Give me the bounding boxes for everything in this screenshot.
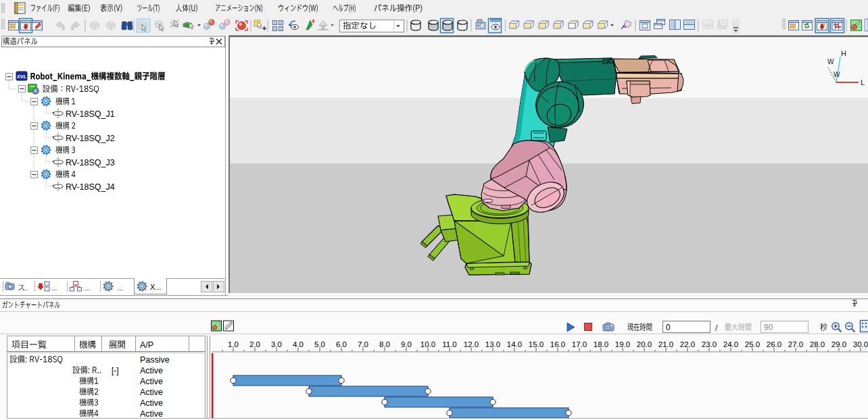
svg-text:Active: Active bbox=[140, 377, 163, 386]
svg-text:12.0: 12.0 bbox=[464, 340, 479, 348]
svg-text:17.0: 17.0 bbox=[572, 340, 587, 348]
svg-text:90: 90 bbox=[764, 323, 773, 332]
svg-text:3.0: 3.0 bbox=[271, 340, 282, 348]
svg-text:[-]: [-] bbox=[112, 366, 119, 375]
svg-text:Active: Active bbox=[140, 388, 163, 397]
svg-text:26.0: 26.0 bbox=[767, 340, 781, 348]
svg-text:13.0: 13.0 bbox=[485, 340, 500, 348]
svg-text:X...: X... bbox=[150, 283, 162, 291]
svg-text:24.0: 24.0 bbox=[723, 340, 738, 348]
svg-text:...: ... bbox=[51, 284, 57, 292]
svg-text:22.0: 22.0 bbox=[680, 340, 695, 348]
svg-text:9.0: 9.0 bbox=[401, 340, 412, 348]
svg-text:A/P: A/P bbox=[140, 340, 153, 350]
svg-text:2.0: 2.0 bbox=[249, 340, 260, 348]
svg-text:XVL: XVL bbox=[16, 74, 27, 80]
svg-text:...: ... bbox=[85, 284, 90, 292]
svg-text:1.0: 1.0 bbox=[228, 340, 239, 348]
svg-text:10.0: 10.0 bbox=[420, 340, 435, 348]
svg-text:...: ... bbox=[118, 284, 123, 292]
svg-text:21.0: 21.0 bbox=[658, 340, 673, 348]
svg-text:20.0: 20.0 bbox=[637, 340, 652, 348]
svg-text:28.0: 28.0 bbox=[810, 340, 825, 348]
svg-text:11.0: 11.0 bbox=[442, 340, 457, 348]
svg-text:Active: Active bbox=[140, 366, 163, 375]
svg-text:7.0: 7.0 bbox=[358, 340, 368, 348]
svg-text:0: 0 bbox=[666, 323, 671, 332]
svg-text:6.0: 6.0 bbox=[336, 340, 347, 348]
svg-text:Passive: Passive bbox=[140, 355, 170, 365]
svg-text:15.0: 15.0 bbox=[529, 340, 544, 348]
svg-text:8.0: 8.0 bbox=[379, 340, 390, 348]
svg-text:14.0: 14.0 bbox=[507, 340, 522, 348]
svg-text:5.0: 5.0 bbox=[314, 340, 325, 348]
svg-text:Active: Active bbox=[140, 398, 163, 408]
svg-text:Active: Active bbox=[140, 409, 163, 419]
svg-text:19.0: 19.0 bbox=[615, 340, 630, 348]
svg-text:4.0: 4.0 bbox=[293, 340, 304, 348]
svg-text:18.0: 18.0 bbox=[594, 340, 608, 348]
svg-text:16.0: 16.0 bbox=[550, 340, 565, 348]
svg-text:30.0: 30.0 bbox=[853, 340, 868, 348]
svg-text:...: ... bbox=[22, 284, 28, 292]
svg-text:27.0: 27.0 bbox=[788, 340, 803, 348]
svg-text:23.0: 23.0 bbox=[702, 340, 717, 348]
svg-text:25.0: 25.0 bbox=[745, 340, 760, 348]
svg-text:29.0: 29.0 bbox=[831, 340, 846, 348]
svg-text:/: / bbox=[715, 323, 718, 333]
